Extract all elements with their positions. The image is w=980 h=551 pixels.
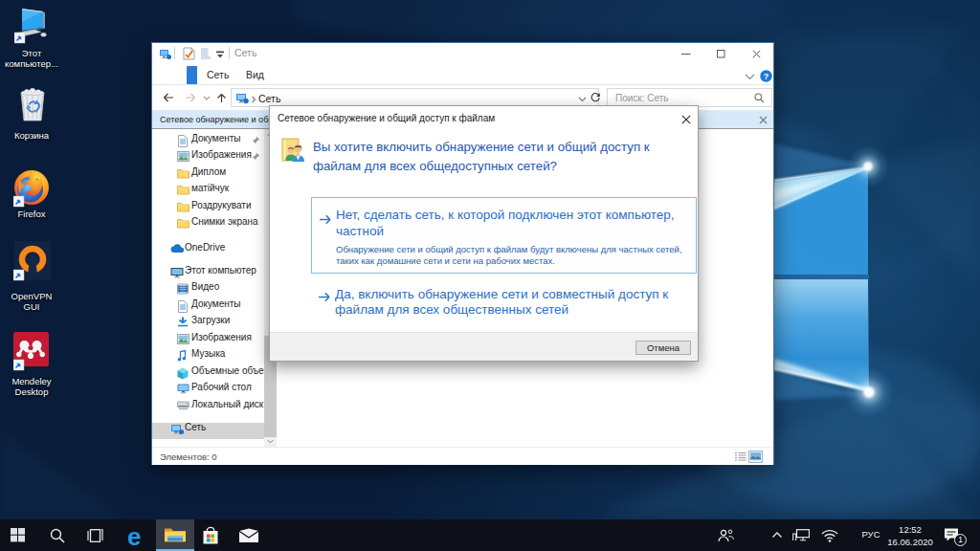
svg-text:?: ? bbox=[764, 72, 769, 81]
